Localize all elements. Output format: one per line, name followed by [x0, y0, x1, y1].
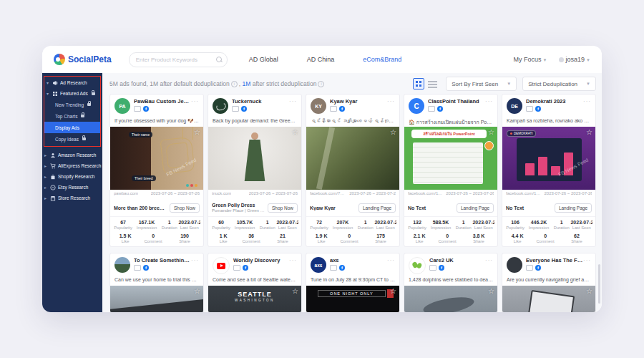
- advertiser-name[interactable]: To Create Something Exceptio...: [134, 257, 191, 263]
- caret-icon: ▸: [44, 174, 48, 179]
- sidebar-item-featured-ads[interactable]: ▾ Featured Ads: [44, 88, 100, 99]
- ad-creative[interactable]: ☆: [306, 127, 399, 190]
- ad-creative[interactable]: ☆: [208, 127, 301, 190]
- ad-domain[interactable]: facebook.com/710...: [310, 191, 346, 199]
- more-menu-button[interactable]: ···: [485, 257, 493, 263]
- more-menu-button[interactable]: ···: [583, 98, 591, 105]
- cta-button[interactable]: Shop Now: [268, 203, 298, 213]
- sidebar-item-copy-ideas[interactable]: Copy Ideas: [44, 133, 100, 145]
- more-menu-button[interactable]: ···: [387, 98, 395, 105]
- socialpeta-logo[interactable]: SocialPeta: [54, 54, 112, 65]
- nav-ad-global[interactable]: AD Global: [249, 56, 278, 63]
- info-icon[interactable]: i: [231, 81, 238, 87]
- favorite-star-icon[interactable]: ☆: [586, 288, 592, 295]
- favorite-star-icon[interactable]: ☆: [194, 288, 200, 295]
- advertiser-name[interactable]: Worldly Discovery: [233, 257, 289, 263]
- ad-date-range: 2023-07-26 ~ 2023-07-26: [544, 191, 592, 199]
- more-menu-button[interactable]: ···: [289, 98, 297, 105]
- advertiser-avatar[interactable]: DE: [507, 98, 522, 114]
- sidebar-item-etsy-research[interactable]: ▸ Etsy Research: [42, 182, 102, 193]
- ad-creative[interactable]: Their name Their breed FB News Feed ☆: [110, 127, 203, 190]
- ad-domain[interactable]: pawbau.com: [114, 191, 138, 199]
- ad-text: Tune in on July 28 at 9:30pm CT to see M…: [306, 276, 399, 286]
- info-icon[interactable]: i: [318, 81, 324, 87]
- advertiser-avatar[interactable]: [114, 257, 130, 273]
- cta-button[interactable]: Landing Page: [358, 203, 396, 213]
- more-menu-button[interactable]: ···: [485, 98, 493, 105]
- advertiser-avatar[interactable]: [507, 257, 522, 273]
- advertiser-name[interactable]: axs: [330, 257, 387, 263]
- stat-impression: 207KImpression: [329, 220, 356, 230]
- ad-creative[interactable]: SEATTLE WASHINGTON ☆: [208, 286, 301, 312]
- advertiser-name[interactable]: Everyone Has The Freedom To...: [526, 257, 583, 263]
- stat-share: 62Share: [561, 233, 592, 243]
- scrollbar-thumb[interactable]: [598, 264, 600, 304]
- sidebar-item-aliexpress-research[interactable]: ▸ AliExpress Research: [42, 160, 102, 171]
- stat-share: 3.8 KShare: [463, 233, 494, 243]
- featured-ads-icon: [52, 91, 58, 97]
- favorite-star-icon[interactable]: ☆: [194, 129, 200, 136]
- cta-button[interactable]: Landing Page: [555, 203, 592, 213]
- ad-domain[interactable]: tnuck.com: [212, 191, 231, 199]
- more-menu-button[interactable]: ···: [583, 257, 591, 263]
- ad-creative[interactable]: ☆: [110, 286, 203, 312]
- advertiser-avatar[interactable]: axs: [311, 257, 326, 273]
- search-icon[interactable]: [216, 57, 222, 62]
- favorite-star-icon[interactable]: ☆: [292, 288, 298, 295]
- account-menu[interactable]: josa19▼: [559, 56, 590, 63]
- advertiser-name[interactable]: Kyaw Kyar: [330, 98, 387, 105]
- favorite-star-icon[interactable]: ☆: [390, 129, 396, 136]
- favorite-star-icon[interactable]: ☆: [390, 288, 396, 295]
- ad-date-range: 2023-07-26 ~ 2023-07-26: [249, 191, 298, 199]
- sidebar-item-amazon-research[interactable]: ▸ Amazon Research: [42, 150, 102, 160]
- grid-view-icon[interactable]: [413, 78, 424, 90]
- advertiser-avatar[interactable]: PA: [114, 98, 130, 114]
- list-view-icon[interactable]: [428, 80, 437, 88]
- more-menu-button[interactable]: ···: [191, 98, 199, 105]
- cta-button[interactable]: Shop Now: [170, 203, 200, 213]
- sidebar-item-display-ads[interactable]: Display Ads: [44, 122, 100, 133]
- stat-comment: 0Comment: [137, 233, 169, 243]
- display-ad-type-icon: [134, 265, 141, 271]
- sidebar-item-new-trending[interactable]: New Trending: [44, 99, 100, 110]
- cta-button[interactable]: Landing Page: [457, 203, 494, 213]
- ad-creative[interactable]: ☆: [404, 286, 497, 312]
- sidebar-item-ad-research[interactable]: ▾ Ad Research: [44, 77, 100, 88]
- ad-creative[interactable]: DEMOKRATI FB News Feed ☆: [502, 127, 595, 190]
- sidebar-item-shopify-research[interactable]: ▸ Shopify Research: [42, 171, 102, 182]
- ad-creative[interactable]: สร้างสไลด์เกมใน PowerPoint ☆: [404, 127, 497, 190]
- more-menu-button[interactable]: ···: [289, 257, 297, 263]
- ad-creative[interactable]: ☆: [502, 286, 595, 312]
- favorite-star-icon[interactable]: ☆: [586, 129, 592, 136]
- advertiser-avatar[interactable]: [213, 98, 228, 114]
- sidebar-item-top-charts[interactable]: Top Charts: [44, 110, 100, 122]
- ads-grid-row-1: PA PawBau Custom Jewelry f ··· If you're…: [102, 92, 602, 247]
- advertiser-name[interactable]: Care2 UK: [429, 257, 485, 263]
- sort-select[interactable]: Sort By First Seen▼: [446, 77, 517, 91]
- search-input[interactable]: [135, 56, 213, 64]
- advertiser-name[interactable]: PawBau Custom Jewelry: [134, 98, 191, 105]
- nav-ecom-brand[interactable]: eCom&Brand: [363, 56, 401, 63]
- advertiser-avatar[interactable]: KY: [311, 98, 326, 114]
- advertiser-avatar[interactable]: [213, 257, 230, 274]
- ad-card: PA PawBau Custom Jewelry f ··· If you're…: [109, 94, 204, 247]
- ad-creative[interactable]: ONE NIGHT ONLY ☆: [306, 286, 399, 312]
- more-menu-button[interactable]: ···: [387, 257, 395, 263]
- advertiser-name[interactable]: Tuckernuck: [232, 98, 289, 105]
- more-menu-button[interactable]: ···: [191, 257, 199, 263]
- my-focus-menu[interactable]: My Focus▼: [514, 56, 547, 63]
- ad-domain[interactable]: facebook.com/10...: [506, 191, 541, 199]
- favorite-star-icon[interactable]: ☆: [292, 129, 298, 136]
- strict-count-link[interactable]: 1M: [243, 80, 251, 87]
- advertiser-avatar[interactable]: [409, 257, 426, 274]
- sidebar-item-store-research[interactable]: ▸ Store Research: [42, 193, 102, 203]
- butterfly-icon: [412, 261, 422, 270]
- advertiser-name[interactable]: Demokrati 2023: [526, 98, 583, 105]
- ad-domain[interactable]: facebook.com/11...: [408, 191, 443, 199]
- favorite-star-icon[interactable]: ☆: [488, 129, 494, 136]
- dedup-select[interactable]: Strict Deduplication▼: [522, 77, 596, 91]
- advertiser-name[interactable]: ClassPoint Thailand: [428, 98, 485, 105]
- favorite-star-icon[interactable]: ☆: [488, 288, 494, 295]
- advertiser-avatar[interactable]: C: [409, 98, 424, 114]
- nav-ad-china[interactable]: AD China: [307, 56, 335, 63]
